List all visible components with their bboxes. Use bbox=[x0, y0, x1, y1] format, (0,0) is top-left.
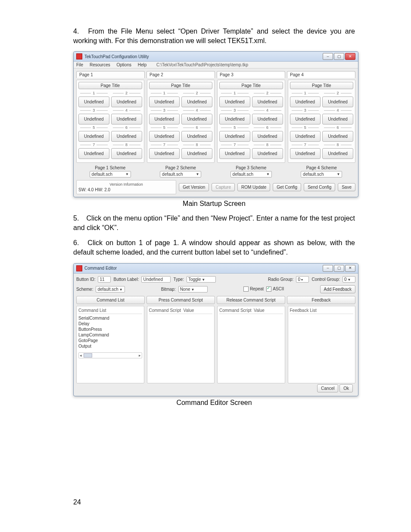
get-config-button[interactable]: Get Config bbox=[273, 183, 301, 191]
scheme-select[interactable]: default.sch▼ bbox=[90, 171, 131, 177]
page-title-button[interactable]: Page Title bbox=[78, 82, 142, 89]
control-group-select[interactable]: 0▼ bbox=[342, 276, 355, 283]
page-title-button[interactable]: Page Title bbox=[219, 82, 283, 89]
add-feedback-button[interactable]: Add Feedback bbox=[320, 285, 356, 293]
page-button-4[interactable]: Undefined bbox=[252, 114, 283, 124]
menu-resources[interactable]: Resources bbox=[90, 62, 110, 67]
page-button-7[interactable]: Undefined bbox=[219, 148, 250, 159]
page-button-4[interactable]: Undefined bbox=[111, 114, 142, 124]
menu-options[interactable]: Options bbox=[117, 62, 131, 67]
page-title-button[interactable]: Page Title bbox=[290, 82, 354, 89]
tab-page-4[interactable]: Page 4 bbox=[287, 71, 355, 78]
chevron-down-icon: ▼ bbox=[266, 172, 270, 176]
minimize-button[interactable]: – bbox=[323, 53, 333, 60]
page-button-7[interactable]: Undefined bbox=[149, 148, 180, 159]
tab-release-script[interactable]: Release Command Script bbox=[217, 296, 285, 304]
page-title-button[interactable]: Page Title bbox=[149, 82, 213, 89]
command-list-item[interactable]: SerialCommand bbox=[78, 315, 142, 321]
page-button-5[interactable]: Undefined bbox=[78, 131, 109, 142]
page-button-2[interactable]: Undefined bbox=[252, 96, 283, 107]
radio-group-select[interactable]: 0▾ bbox=[296, 276, 309, 283]
window-titlebar: TekTouchPad Configuration Utility – ▢ ✕ bbox=[74, 52, 358, 62]
page-button-2[interactable]: Undefined bbox=[322, 96, 353, 107]
page-button-8[interactable]: Undefined bbox=[181, 148, 212, 159]
page-button-5[interactable]: Undefined bbox=[149, 131, 180, 142]
close-button[interactable]: ✕ bbox=[345, 265, 355, 272]
step-4-num: 4. bbox=[73, 27, 84, 36]
ok-button[interactable]: Ok bbox=[339, 384, 353, 392]
page-button-3[interactable]: Undefined bbox=[78, 114, 109, 124]
command-list-item[interactable]: Output bbox=[78, 343, 142, 349]
page-button-6[interactable]: Undefined bbox=[111, 131, 142, 142]
tab-page-3[interactable]: Page 3 bbox=[217, 71, 285, 78]
page-button-8[interactable]: Undefined bbox=[111, 148, 142, 159]
rom-update-button[interactable]: ROM Update bbox=[237, 183, 270, 191]
command-list-item[interactable]: GotoPage bbox=[78, 338, 142, 343]
tab-page-2[interactable]: Page 2 bbox=[146, 71, 215, 78]
menu-file[interactable]: File bbox=[76, 62, 83, 67]
cell-number: 2 bbox=[194, 91, 200, 95]
cancel-button[interactable]: Cancel bbox=[317, 384, 338, 392]
type-label: Type: bbox=[173, 277, 184, 282]
page-button-4[interactable]: Undefined bbox=[181, 114, 212, 124]
horizontal-scrollbar[interactable]: ◂ ▸ bbox=[78, 352, 142, 358]
window-title: Command Editor bbox=[84, 266, 323, 271]
page-button-1[interactable]: Undefined bbox=[219, 96, 250, 107]
save-button[interactable]: Save bbox=[338, 183, 355, 191]
ascii-checkbox[interactable]: ASCII bbox=[266, 286, 284, 292]
bitmap-select[interactable]: None▼ bbox=[178, 286, 208, 292]
page-button-5[interactable]: Undefined bbox=[290, 131, 321, 142]
scheme-select[interactable]: default.sch▼ bbox=[230, 171, 272, 177]
type-select[interactable]: Toggle▼ bbox=[187, 276, 216, 283]
minimize-button[interactable]: – bbox=[323, 265, 333, 272]
command-list-item[interactable]: ButtonPress bbox=[78, 327, 142, 332]
page-button-8[interactable]: Undefined bbox=[252, 148, 283, 159]
cell-number: 4 bbox=[335, 108, 341, 112]
chevron-down-icon: ▼ bbox=[125, 172, 129, 176]
tab-press-script[interactable]: Press Command Script bbox=[146, 296, 215, 304]
repeat-checkbox[interactable]: Repeat bbox=[243, 286, 264, 292]
tab-command-list[interactable]: Command List bbox=[76, 296, 145, 304]
release-script-panel: Command Script Value bbox=[217, 306, 285, 383]
page-button-6[interactable]: Undefined bbox=[322, 131, 353, 142]
command-list-item[interactable]: LampCommand bbox=[78, 332, 142, 338]
tab-feedback[interactable]: Feedback bbox=[287, 296, 355, 304]
get-version-button[interactable]: Get Version bbox=[179, 183, 209, 191]
page-button-1[interactable]: Undefined bbox=[149, 96, 180, 107]
page-button-6[interactable]: Undefined bbox=[252, 131, 283, 142]
cell-number: 1 bbox=[302, 91, 308, 95]
page-button-7[interactable]: Undefined bbox=[290, 148, 321, 159]
capture-button[interactable]: Capture bbox=[212, 183, 235, 191]
scheme-select[interactable]: default.sch▼ bbox=[301, 171, 342, 177]
page-button-3[interactable]: Undefined bbox=[219, 114, 250, 124]
page-column-1: Page Title1Undefined2Undefined3Undefined… bbox=[76, 80, 144, 163]
page-button-2[interactable]: Undefined bbox=[181, 96, 212, 107]
maximize-button[interactable]: ▢ bbox=[334, 265, 344, 272]
button-id-field[interactable]: 11 bbox=[98, 276, 111, 283]
page-button-3[interactable]: Undefined bbox=[290, 114, 321, 124]
page-button-2[interactable]: Undefined bbox=[111, 96, 142, 107]
button-label-field[interactable]: Undefined bbox=[141, 276, 171, 283]
page-button-6[interactable]: Undefined bbox=[181, 131, 212, 142]
tab-page-1[interactable]: Page 1 bbox=[76, 71, 145, 78]
cell-number: 6 bbox=[265, 125, 270, 130]
page-button-1[interactable]: Undefined bbox=[78, 96, 109, 107]
cell-number: 7 bbox=[162, 143, 167, 147]
cell-number: 7 bbox=[91, 143, 97, 147]
cell-number: 5 bbox=[162, 125, 167, 130]
page-button-1[interactable]: Undefined bbox=[290, 96, 321, 107]
page-button-3[interactable]: Undefined bbox=[149, 114, 180, 124]
maximize-button[interactable]: ▢ bbox=[334, 53, 344, 60]
page-button-4[interactable]: Undefined bbox=[322, 114, 353, 124]
page-button-7[interactable]: Undefined bbox=[78, 148, 109, 159]
close-button[interactable]: ✕ bbox=[345, 53, 355, 60]
scheme-select[interactable]: default.sch▼ bbox=[96, 286, 125, 292]
send-config-button[interactable]: Send Config bbox=[304, 183, 335, 191]
command-list-item[interactable]: Delay bbox=[78, 321, 142, 327]
screenshot-command-editor: Command Editor – ▢ ✕ Button ID: 11 Butto… bbox=[73, 263, 358, 396]
cell-number: 1 bbox=[91, 91, 97, 95]
menu-help[interactable]: Help bbox=[138, 62, 147, 67]
scheme-select[interactable]: default.sch▼ bbox=[160, 171, 201, 177]
page-button-5[interactable]: Undefined bbox=[219, 131, 250, 142]
page-button-8[interactable]: Undefined bbox=[322, 148, 353, 159]
